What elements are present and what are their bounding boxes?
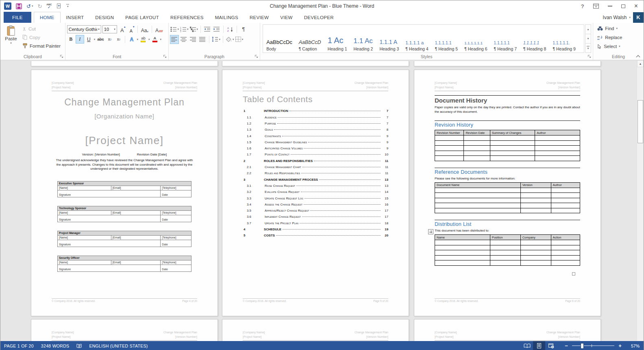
table-cell[interactable]: [520, 240, 551, 245]
toc-entry-3-3[interactable]: 3.3Update Change Request Log15: [243, 197, 388, 203]
style-h8[interactable]: 1.1.1.1.1¶ Heading 8: [520, 25, 549, 52]
bold-button[interactable]: B: [67, 35, 75, 43]
table-cell[interactable]: [551, 250, 580, 256]
table-cell[interactable]: [551, 193, 580, 198]
table-cell[interactable]: [490, 156, 535, 161]
toc-entry-1-7[interactable]: 1.7Points of Contact10: [243, 153, 388, 159]
table-cell[interactable]: [520, 245, 551, 250]
maximize-button[interactable]: [621, 4, 625, 8]
font-color-button[interactable]: A: [151, 35, 159, 43]
signature-date-cell[interactable]: Date: [161, 190, 191, 197]
styles-dialog-launcher[interactable]: [587, 55, 592, 59]
tab-insert[interactable]: INSERT: [61, 12, 90, 23]
table-cell[interactable]: [520, 255, 551, 260]
table-cell[interactable]: [490, 260, 520, 266]
toc-entry-1[interactable]: 1INTRODUCTION7: [243, 109, 388, 115]
signature-sign-cell[interactable]: Signature: [58, 265, 161, 271]
web-layout-button[interactable]: [545, 341, 557, 350]
replace-button[interactable]: abac Replace: [597, 33, 642, 42]
proofing-status-button[interactable]: [73, 341, 85, 350]
sort-button[interactable]: AZ: [226, 25, 234, 33]
table-cell[interactable]: [551, 188, 580, 193]
font-dialog-launcher[interactable]: [163, 55, 167, 59]
justify-button[interactable]: [198, 35, 207, 44]
table-cell[interactable]: [535, 140, 580, 146]
signature-phone-cell[interactable]: [Telephone]: [161, 210, 191, 215]
borders-button[interactable]: ▾: [235, 35, 244, 44]
format-painter-button[interactable]: Format Painter: [21, 42, 62, 50]
table-cell[interactable]: [490, 250, 520, 256]
styles-more-button[interactable]: ▾: [585, 44, 591, 53]
signature-sign-cell[interactable]: Signature: [58, 215, 161, 222]
table-cell[interactable]: [435, 245, 490, 250]
page-toc[interactable]: [Company Name][Project Name]Change Manag…: [222, 70, 409, 316]
toc-entry-1-6[interactable]: 1.6Anticipated Change Volumes9: [243, 147, 388, 153]
table-cell[interactable]: [490, 140, 535, 146]
signature-phone-cell[interactable]: [Telephone]: [161, 186, 191, 190]
signature-name-cell[interactable]: [Name]: [58, 186, 111, 190]
table-cell[interactable]: [535, 136, 580, 141]
toc-entry-3-4[interactable]: 3.4Assess the Change Request16: [243, 203, 388, 209]
signature-sign-cell[interactable]: Signature: [58, 190, 161, 197]
collapse-ribbon-button[interactable]: [636, 55, 640, 58]
vertical-scrollbar[interactable]: ▲: [637, 60, 644, 341]
qat-document-button[interactable]: [56, 3, 62, 9]
toc-entry-3-5[interactable]: 3.5Approve/Reject Change Request17: [243, 209, 388, 215]
customize-qat-button[interactable]: ▾: [66, 4, 69, 8]
table-cell[interactable]: [464, 151, 490, 156]
page-bottom-strip[interactable]: [414, 61, 601, 66]
bullets-button[interactable]: ▾: [170, 25, 179, 33]
table-cell[interactable]: [464, 146, 490, 151]
line-spacing-button[interactable]: ▾: [212, 35, 220, 44]
zoom-in-button[interactable]: +: [618, 343, 622, 349]
table-cell[interactable]: [435, 203, 521, 208]
table-resize-handle[interactable]: [572, 272, 575, 276]
change-case-button[interactable]: Aa▾: [140, 25, 149, 33]
table-cell[interactable]: [535, 151, 580, 156]
paragraph-dialog-launcher[interactable]: [255, 55, 259, 59]
account-dropdown-icon[interactable]: ▾: [629, 16, 631, 19]
user-name[interactable]: Ivan Walsh: [603, 15, 627, 20]
style-h6[interactable]: 1.1.1.1.1.1¶ Heading 6: [461, 25, 490, 52]
signature-name-cell[interactable]: [Name]: [58, 260, 111, 265]
table-cell[interactable]: [435, 140, 464, 146]
font-family-select[interactable]: Century Gothic ▾: [67, 25, 101, 33]
grow-font-button[interactable]: A▲: [118, 25, 126, 33]
font-size-select[interactable]: 10 ▾: [102, 25, 117, 33]
style-h1[interactable]: 1 AcHeading 1: [324, 25, 350, 52]
style-h7[interactable]: 1.1.1.1.1¶ Heading 7: [491, 25, 520, 52]
table-cell[interactable]: [435, 136, 464, 141]
tab-view[interactable]: VIEW: [274, 12, 298, 23]
show-hide-marks-button[interactable]: ¶: [239, 25, 248, 33]
toc-entry-3-2[interactable]: 3.2Evaluate Change Request14: [243, 190, 388, 196]
table-cell[interactable]: [551, 240, 580, 245]
table-cell[interactable]: [435, 188, 521, 193]
text-effects-button[interactable]: A: [128, 35, 135, 43]
print-layout-button[interactable]: [533, 341, 545, 350]
table-cell[interactable]: [435, 250, 490, 256]
toc-entry-1-3[interactable]: 1.3Goals8: [243, 128, 388, 134]
table-cell[interactable]: [435, 240, 490, 245]
signature-email-cell[interactable]: [Email]: [111, 260, 161, 265]
toc-entry-3-1[interactable]: 3.1Raise Change Request13: [243, 184, 388, 190]
numbering-button[interactable]: 123 ▾: [180, 25, 189, 33]
paste-button[interactable]: Paste ▾: [2, 24, 20, 53]
align-center-button[interactable]: [180, 35, 188, 44]
help-button[interactable]: ?: [581, 3, 584, 9]
shrink-font-button[interactable]: A▼: [127, 25, 135, 33]
signature-name-cell[interactable]: [Name]: [58, 235, 111, 240]
signature-phone-cell[interactable]: [Telephone]: [161, 260, 191, 265]
tab-page-layout[interactable]: PAGE LAYOUT: [120, 12, 165, 23]
table-cell[interactable]: [520, 188, 551, 193]
spelling-grammar-button[interactable]: ABC ✓: [46, 3, 52, 9]
signature-name-cell[interactable]: [Name]: [58, 210, 111, 215]
table-cell[interactable]: [535, 146, 580, 151]
table-cell[interactable]: [520, 198, 551, 203]
zoom-thumb[interactable]: [581, 343, 584, 349]
select-button[interactable]: Select ▾: [597, 42, 642, 51]
zoom-slider[interactable]: [572, 343, 614, 349]
tab-file[interactable]: FILE: [4, 12, 31, 23]
ribbon-display-options-button[interactable]: [593, 4, 599, 9]
styles-scroll-up-button[interactable]: ▴: [585, 24, 591, 34]
read-mode-button[interactable]: [521, 341, 533, 350]
